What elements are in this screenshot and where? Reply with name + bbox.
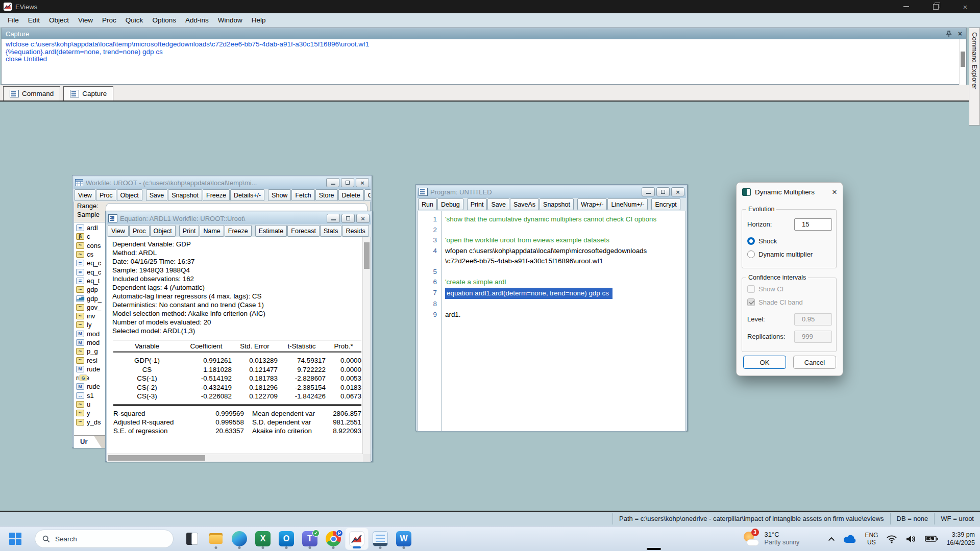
code-line[interactable]: 5 (418, 267, 685, 278)
toolbar-button[interactable]: Genr (364, 189, 371, 201)
excel-button[interactable]: X (251, 528, 275, 550)
menu-item[interactable]: Options (148, 13, 181, 28)
code-line[interactable]: 4 wfopen c:\users\kohp\appdata\local\tem… (418, 246, 685, 257)
maximize-icon[interactable] (656, 187, 670, 196)
restore-icon[interactable] (921, 0, 950, 13)
horizon-input[interactable]: 15 (794, 218, 832, 231)
toolbar-button[interactable]: Stats (320, 225, 342, 237)
menu-item[interactable]: Add-ins (181, 13, 213, 28)
battery-icon[interactable] (925, 535, 938, 542)
toolbar-button[interactable]: Resids (342, 225, 369, 237)
maximize-icon[interactable] (341, 178, 354, 187)
workfile-titlebar[interactable]: Workfile: UROOT - (c:\users\kohp\appdata… (74, 177, 371, 189)
toolbar-button[interactable]: Wrap+/- (577, 198, 607, 210)
toolbar-button[interactable]: Print (467, 198, 487, 210)
cancel-button[interactable]: Cancel (793, 356, 836, 369)
pin-icon[interactable] (946, 31, 952, 37)
maximize-icon[interactable] (341, 214, 355, 223)
resize-grip[interactable] (363, 454, 371, 462)
minimize-icon[interactable] (642, 187, 655, 196)
dialog-titlebar[interactable]: Dynamic Multipliers × (737, 183, 843, 201)
ok-button[interactable]: OK (743, 356, 786, 369)
teams-button[interactable]: T✓ (298, 528, 322, 550)
toolbar-button[interactable]: View (108, 225, 129, 237)
code-line[interactable]: 7 equation ardl1.ardl(determ=none, trend… (418, 288, 685, 299)
workfile-page-tab[interactable]: Ur (74, 436, 102, 448)
toolbar-button[interactable]: Encrypt (651, 198, 680, 210)
toolbar-button[interactable]: Fetch (291, 189, 314, 201)
toolbar-button[interactable]: Details+/- (230, 189, 264, 201)
chr​ome-button[interactable]: P (322, 528, 345, 550)
shade-ci-band-checkbox[interactable] (747, 298, 755, 306)
task-view-button[interactable] (181, 528, 204, 550)
toolbar-button[interactable]: Store (315, 189, 338, 201)
onedrive-icon[interactable] (843, 535, 856, 543)
edge-button[interactable] (228, 528, 251, 550)
equation-window[interactable]: = Equation: ARDL1 Workfile: UROOT::Uroot… (105, 211, 373, 462)
toolbar-button[interactable]: Print (179, 225, 200, 237)
program-window[interactable]: Program: UNTITLED × RunDebugPrintSaveSav… (415, 184, 688, 431)
horizontal-scrollbar[interactable] (107, 454, 363, 462)
command-explorer-strip[interactable]: Command Explorer (969, 28, 980, 126)
toolbar-button[interactable]: Save (487, 198, 509, 210)
toolbar-button[interactable]: Name (200, 225, 224, 237)
toolbar-button[interactable]: Snapshot (540, 198, 574, 210)
wifi-icon[interactable] (886, 535, 897, 543)
language-switcher[interactable]: ENG US (865, 532, 878, 546)
minimize-icon[interactable] (891, 0, 921, 13)
code-line[interactable]: 8 (418, 299, 685, 310)
console-tab[interactable]: Command (3, 86, 60, 101)
close-icon[interactable]: × (832, 188, 837, 196)
gesture-bar[interactable] (647, 548, 661, 550)
capture-panel-header[interactable]: Capture × (2, 28, 966, 39)
start-button[interactable] (9, 533, 21, 545)
replications-input[interactable]: 999 (794, 331, 832, 343)
toolbar-button[interactable]: Show (268, 189, 291, 201)
code-line[interactable]: 9 ard1. (418, 310, 685, 320)
toolbar-button[interactable]: Freeze (203, 189, 230, 201)
program-titlebar[interactable]: Program: UNTITLED × (417, 186, 686, 198)
menu-item[interactable]: Edit (23, 13, 44, 28)
close-icon[interactable]: × (950, 0, 980, 13)
console-tab[interactable]: Capture (63, 86, 113, 101)
toolbar-button[interactable]: Object (117, 189, 142, 201)
minimize-icon[interactable] (326, 178, 339, 187)
menu-item[interactable]: Quick (121, 13, 148, 28)
menu-item[interactable]: Help (247, 13, 271, 28)
toolbar-button[interactable]: Proc (129, 225, 150, 237)
clock[interactable]: 3:39 pm 16/4/2025 (946, 531, 975, 547)
toolbar-button[interactable]: LineNum+/- (607, 198, 648, 210)
code-line[interactable]: \c72d2ee6-bb75-4dab-a91f-a30c15f16896\ur… (418, 256, 685, 267)
toolbar-button[interactable]: Snapshot (168, 189, 202, 201)
toolbar-button[interactable]: View (75, 189, 95, 201)
toolbar-button[interactable]: Run (418, 198, 437, 210)
equation-titlebar[interactable]: = Equation: ARDL1 Workfile: UROOT::Uroot… (107, 212, 371, 224)
show-ci-checkbox[interactable] (747, 285, 755, 293)
close-icon[interactable]: × (356, 178, 369, 187)
menu-item[interactable]: View (74, 13, 97, 28)
code-line[interactable]: 2 (418, 225, 685, 236)
program-editor[interactable]: 1 'show that the cumulative dynamic mult… (417, 211, 686, 432)
menu-item[interactable]: Proc (97, 13, 121, 28)
level-input[interactable]: 0.95 (794, 313, 832, 325)
toolbar-button[interactable]: Freeze (225, 225, 252, 237)
search-input[interactable]: Search (35, 530, 174, 548)
menu-item[interactable]: File (3, 13, 23, 28)
toolbar-button[interactable]: SaveAs (510, 198, 539, 210)
minimize-icon[interactable] (327, 214, 340, 223)
weather-widget[interactable]: 3 31°C Partly sunny (743, 531, 800, 547)
toolbar-button[interactable]: Delete (338, 189, 364, 201)
capture-close-icon[interactable]: × (958, 30, 962, 37)
outlook-button[interactable]: O (275, 528, 298, 550)
code-line[interactable]: 1 'show that the cumulative dynamic mult… (418, 214, 685, 225)
eviews-button[interactable] (345, 528, 369, 550)
vertical-scrollbar[interactable] (362, 237, 371, 454)
toolbar-button[interactable]: Object (150, 225, 176, 237)
capture-log[interactable]: wfclose c:\users\kohp\appdata\local\temp… (2, 39, 966, 86)
word-button[interactable]: W (392, 528, 415, 550)
notepad-button[interactable] (369, 528, 392, 550)
chevron-up-icon[interactable] (828, 537, 835, 541)
toolbar-button[interactable]: Estimate (255, 225, 287, 237)
menu-item[interactable]: Window (213, 13, 247, 28)
dynamic-multiplier-radio[interactable] (747, 251, 755, 258)
